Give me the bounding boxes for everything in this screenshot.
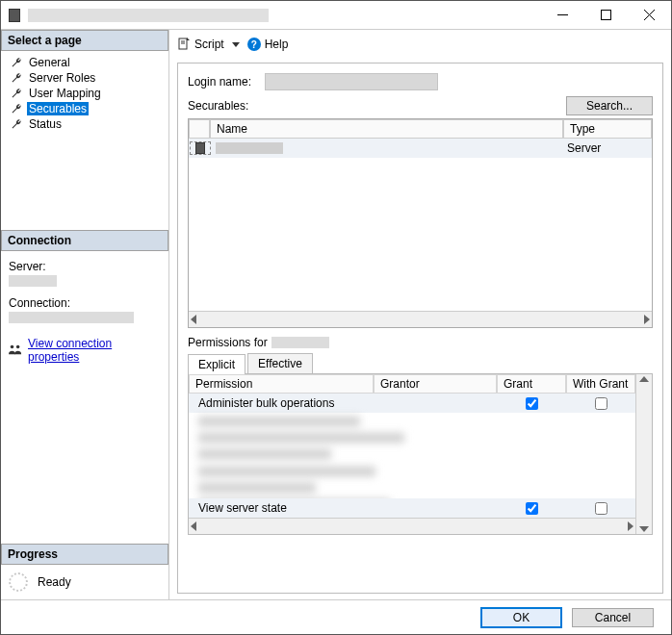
securables-label: Securables: (188, 99, 566, 113)
right-panel: Script ? Help Login name: Securables: Se… (169, 30, 671, 599)
window-title (28, 9, 269, 22)
script-icon (177, 38, 191, 51)
col-header-with-grant[interactable]: With Grant (566, 374, 635, 394)
securable-type: Server (563, 141, 652, 155)
script-button[interactable]: Script (177, 38, 244, 51)
permission-row[interactable]: Administer bulk operations (189, 394, 635, 413)
scroll-down-icon (639, 526, 649, 532)
wrench-icon (11, 103, 22, 114)
server-label: Server: (9, 260, 161, 273)
svg-point-5 (16, 344, 20, 348)
horizontal-scrollbar[interactable] (189, 518, 635, 534)
permissions-for-label: Permissions for (188, 336, 268, 349)
grant-checkbox[interactable] (526, 397, 538, 410)
vertical-scrollbar[interactable] (635, 374, 652, 534)
tab-effective[interactable]: Effective (247, 353, 313, 373)
connection-header: Connection (1, 230, 168, 251)
with-grant-checkbox[interactable] (595, 502, 607, 515)
page-item-user-mapping[interactable]: User Mapping (11, 86, 168, 101)
dropdown-icon (232, 42, 240, 47)
connection-label: Connection: (9, 296, 161, 310)
left-panel: Select a page General Server Roles User … (1, 30, 169, 599)
wrench-icon (11, 118, 22, 130)
col-header-grantor[interactable]: Grantor (374, 374, 497, 394)
login-name-label: Login name: (188, 75, 257, 89)
progress-spinner-icon (9, 572, 28, 592)
permission-name: Administer bulk operations (189, 396, 374, 410)
permission-name: View server state (189, 501, 374, 515)
progress-header: Progress (1, 544, 168, 565)
securables-grid[interactable]: Name Type Server (188, 118, 653, 328)
wrench-icon (11, 72, 22, 84)
footer: OK Cancel (1, 599, 671, 634)
scroll-right-icon (628, 521, 633, 531)
page-item-securables[interactable]: Securables (11, 101, 168, 116)
page-item-general[interactable]: General (11, 55, 168, 70)
col-header-type[interactable]: Type (563, 119, 652, 139)
help-button[interactable]: ? Help (247, 38, 289, 51)
permissions-for-value (271, 337, 329, 348)
horizontal-scrollbar[interactable] (189, 311, 652, 327)
progress-status: Ready (38, 575, 71, 589)
securable-name (216, 142, 283, 154)
wrench-icon (11, 57, 22, 68)
grant-checkbox[interactable] (526, 502, 538, 515)
server-icon (195, 142, 205, 154)
select-page-header: Select a page (1, 30, 168, 51)
search-button[interactable]: Search... (566, 96, 653, 115)
with-grant-checkbox[interactable] (595, 397, 607, 410)
minimize-button[interactable] (541, 1, 584, 29)
scroll-up-icon (639, 376, 649, 382)
page-item-status[interactable]: Status (11, 116, 168, 132)
titlebar (1, 1, 671, 30)
grid-corner (189, 119, 210, 139)
permissions-grid[interactable]: Permission Grantor Grant With Grant Admi… (188, 373, 653, 535)
close-button[interactable] (628, 1, 671, 29)
maximize-button[interactable] (584, 1, 628, 29)
connection-value (9, 312, 134, 323)
server-value (9, 275, 57, 287)
view-connection-properties-link[interactable]: View connection properties (28, 337, 161, 364)
scroll-right-icon (644, 315, 650, 324)
toolbar: Script ? Help (169, 30, 671, 59)
tab-explicit[interactable]: Explicit (188, 354, 246, 374)
col-header-permission[interactable]: Permission (189, 374, 374, 394)
help-icon: ? (247, 38, 261, 51)
wrench-icon (11, 88, 22, 99)
scroll-left-icon (191, 521, 196, 531)
svg-point-4 (11, 344, 14, 348)
securable-row[interactable]: Server (189, 139, 652, 158)
app-icon (9, 9, 20, 22)
page-item-server-roles[interactable]: Server Roles (11, 70, 168, 86)
cancel-button[interactable]: Cancel (572, 608, 654, 627)
login-name-input[interactable] (265, 73, 438, 90)
col-header-name[interactable]: Name (210, 119, 563, 139)
permission-row[interactable]: View server state (189, 498, 635, 518)
page-list: General Server Roles User Mapping Secura… (1, 51, 168, 230)
scroll-left-icon (191, 315, 196, 324)
ok-button[interactable]: OK (480, 607, 562, 628)
svg-rect-1 (602, 11, 611, 20)
col-header-grant[interactable]: Grant (497, 374, 566, 394)
people-icon (9, 343, 22, 358)
